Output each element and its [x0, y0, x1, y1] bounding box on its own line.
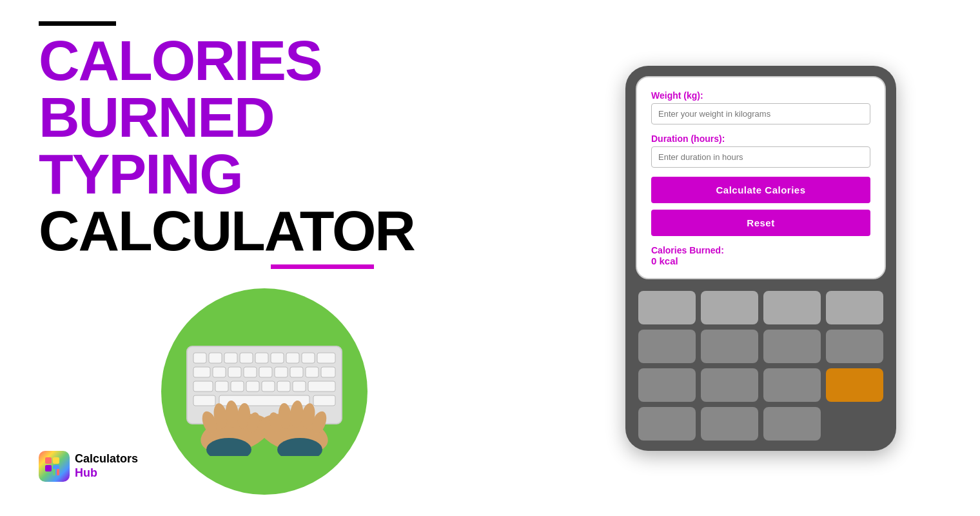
svg-rect-12: [228, 367, 241, 377]
svg-rect-28: [193, 395, 215, 406]
calc-btn-orange-1[interactable]: [826, 368, 883, 402]
svg-rect-2: [209, 353, 222, 363]
svg-rect-45: [53, 457, 59, 464]
svg-rect-46: [45, 465, 52, 471]
duration-input[interactable]: [651, 146, 870, 168]
reset-button[interactable]: Reset: [651, 210, 870, 236]
svg-rect-25: [293, 381, 306, 392]
svg-rect-48: [53, 469, 55, 475]
svg-rect-29: [313, 395, 335, 406]
title-line-burned-typing: BURNED TYPING: [39, 89, 490, 203]
weight-form-group: Weight (kg):: [651, 90, 870, 124]
weight-input[interactable]: [651, 103, 870, 124]
logo-icon: [39, 451, 70, 482]
duration-form-group: Duration (hours):: [651, 134, 870, 168]
svg-rect-13: [244, 367, 257, 377]
title-line-calculator: CALCULATOR: [39, 203, 490, 259]
green-circle-background: [161, 288, 368, 495]
calc-buttons-grid: [636, 291, 886, 441]
keyboard-svg: [174, 327, 355, 456]
svg-rect-7: [286, 353, 299, 363]
calc-btn-9[interactable]: [638, 368, 696, 402]
result-value: 0 kcal: [651, 255, 870, 266]
calc-btn-13[interactable]: [701, 407, 758, 441]
svg-rect-26: [308, 381, 335, 392]
calc-btn-8[interactable]: [826, 330, 883, 363]
svg-rect-24: [277, 381, 290, 392]
calc-btn-5[interactable]: [638, 330, 696, 363]
black-decorative-bar: [39, 21, 116, 26]
svg-rect-10: [193, 367, 210, 377]
svg-rect-17: [306, 367, 318, 377]
svg-rect-22: [246, 381, 259, 392]
calc-btn-6[interactable]: [701, 330, 758, 363]
calculator-device: Weight (kg): Duration (hours): Calculate…: [625, 66, 896, 451]
right-section: Weight (kg): Duration (hours): Calculate…: [580, 66, 941, 451]
svg-rect-5: [255, 353, 268, 363]
logo-text: Calculators Hub: [75, 452, 138, 480]
logo-calculators: Calculators: [75, 452, 138, 466]
svg-rect-11: [213, 367, 226, 377]
calculator-screen: Weight (kg): Duration (hours): Calculate…: [636, 76, 886, 279]
calculator-text: CALCULATOR: [39, 203, 415, 259]
svg-rect-16: [290, 367, 303, 377]
title-line-calories: CALORIES: [39, 32, 490, 89]
svg-rect-23: [262, 381, 275, 392]
calc-btn-4[interactable]: [826, 291, 883, 324]
svg-rect-6: [271, 353, 284, 363]
svg-rect-9: [317, 353, 335, 363]
weight-label: Weight (kg):: [651, 90, 870, 101]
calculate-button[interactable]: Calculate Calories: [651, 177, 870, 203]
left-section: CALORIES BURNED TYPING CALCULATOR: [39, 21, 490, 495]
logo: Calculators Hub: [39, 451, 138, 482]
calc-btn-2[interactable]: [701, 291, 758, 324]
calc-btn-10[interactable]: [701, 368, 758, 402]
logo-svg-icon: [44, 456, 64, 477]
svg-rect-1: [193, 353, 206, 363]
svg-rect-18: [321, 367, 335, 377]
svg-rect-3: [224, 353, 237, 363]
result-label: Calories Burned:: [651, 245, 870, 255]
result-section: Calories Burned: 0 kcal: [651, 245, 870, 266]
svg-rect-4: [240, 353, 253, 363]
calc-btn-14[interactable]: [763, 407, 821, 441]
svg-rect-49: [57, 469, 59, 475]
svg-rect-14: [259, 367, 272, 377]
purple-decorative-underline: [271, 264, 374, 269]
calc-btn-11[interactable]: [763, 368, 821, 402]
calc-btn-1[interactable]: [638, 291, 696, 324]
calc-btn-12[interactable]: [638, 407, 696, 441]
svg-rect-44: [45, 457, 52, 464]
svg-rect-19: [193, 381, 213, 392]
svg-rect-8: [302, 353, 315, 363]
svg-rect-20: [215, 381, 228, 392]
calc-btn-7[interactable]: [763, 330, 821, 363]
duration-label: Duration (hours):: [651, 134, 870, 144]
logo-hub: Hub: [75, 466, 138, 481]
calc-btn-3[interactable]: [763, 291, 821, 324]
svg-rect-15: [275, 367, 288, 377]
svg-rect-21: [231, 381, 244, 392]
